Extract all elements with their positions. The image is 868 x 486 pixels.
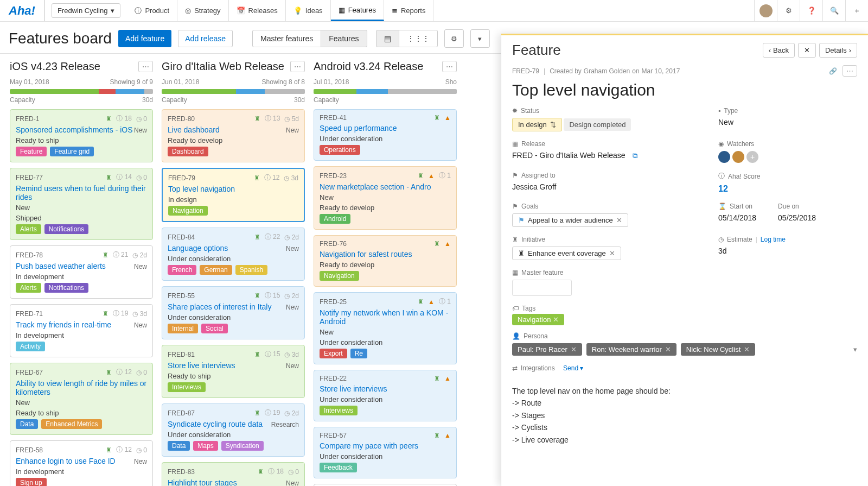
new-label: New xyxy=(134,321,147,329)
user-avatar[interactable] xyxy=(754,0,777,21)
feature-card[interactable]: FRED-25♜▲ⓘ 1 Notify my network when I wi… xyxy=(314,292,457,364)
add-button[interactable]: ＋ xyxy=(845,0,868,21)
filter-button[interactable]: ▾ xyxy=(470,29,490,48)
feature-card[interactable]: FRED-22♜▲ Store live interviews Under co… xyxy=(314,370,457,421)
status-action-button[interactable]: Design completed xyxy=(564,118,631,131)
back-button[interactable]: ‹Back xyxy=(763,43,795,58)
details-button[interactable]: Details› xyxy=(819,43,857,58)
feature-card[interactable]: FRED-67♜ⓘ 12◷ 0 Ability to view length o… xyxy=(10,363,153,435)
master-feature-input[interactable] xyxy=(512,280,572,296)
persona-chip[interactable]: Paul: Pro Racer✕ xyxy=(512,343,582,356)
goal-chip[interactable]: ⚑Appeal to a wider audience ✕ xyxy=(512,213,628,227)
card-tag: Operations xyxy=(320,145,360,155)
card-status: Shipped xyxy=(16,214,42,222)
feature-card[interactable]: FRED-80♜ⓘ 13◷ 5d Live dashboard New Read… xyxy=(162,109,305,162)
assignee-value[interactable]: Jessica Groff xyxy=(512,182,697,191)
close-panel-button[interactable]: ✕ xyxy=(798,43,816,58)
score-indicator: ⓘ 1 xyxy=(439,297,451,306)
persona-chip[interactable]: Ron: Weekend warrior✕ xyxy=(586,343,676,356)
add-release-button[interactable]: Add release xyxy=(178,30,233,47)
open-release-icon[interactable]: ⧉ xyxy=(633,152,637,160)
nav-product[interactable]: ⓘProduct xyxy=(127,0,177,21)
brand-logo[interactable]: Aha! xyxy=(0,0,44,21)
release-date: Jun 01, 2018 xyxy=(162,78,199,86)
score-value[interactable]: 12 xyxy=(718,184,857,194)
capacity-label: Capacity xyxy=(162,96,187,104)
layout-board[interactable]: ▤ xyxy=(376,30,399,47)
remove-persona-icon[interactable]: ✕ xyxy=(744,345,750,354)
created-by-link[interactable]: Graham Golden xyxy=(584,67,630,75)
watcher-avatar[interactable] xyxy=(718,151,730,163)
card-status: In development xyxy=(16,468,64,476)
score-indicator: ⓘ 21 xyxy=(113,250,129,260)
card-title: Track my friends in real-time xyxy=(16,320,147,329)
add-watcher-button[interactable]: + xyxy=(746,151,758,163)
settings-view-button[interactable]: ⚙ xyxy=(444,29,464,48)
remove-goal-icon[interactable]: ✕ xyxy=(616,216,622,224)
watcher-avatar[interactable] xyxy=(732,151,744,163)
feature-card[interactable]: FRED-23♜▲ⓘ 1 New marketplace section - A… xyxy=(314,166,457,230)
column-menu-button[interactable]: ⋯ xyxy=(442,61,457,72)
log-time-link[interactable]: Log time xyxy=(761,236,786,243)
layout-grid[interactable]: ⋮⋮⋮ xyxy=(399,30,438,47)
column-menu-button[interactable]: ⋯ xyxy=(138,61,153,72)
feature-card[interactable]: FRED-76♜▲ Navigation for safest routes R… xyxy=(314,235,457,287)
due-date[interactable]: 05/25/2018 xyxy=(778,213,816,222)
watchers-list[interactable]: + xyxy=(718,151,857,163)
remove-tag-icon[interactable]: ✕ xyxy=(553,315,559,324)
feature-description[interactable]: The top level nav on the home page shoul… xyxy=(512,385,857,446)
seg-features[interactable]: Features xyxy=(321,30,367,47)
nav-ideas[interactable]: 💡Ideas xyxy=(286,0,331,21)
view-segment: Master features Features xyxy=(252,30,367,47)
feature-card[interactable]: FRED-78♜ⓘ 21◷ 2d Push based weather aler… xyxy=(10,245,153,299)
feature-card[interactable]: FRED-71♜ⓘ 19◷ 3d Track my friends in rea… xyxy=(10,304,153,357)
feature-card[interactable]: FRED-1♜ⓘ 18◷ 0 Sponsored accomplishments… xyxy=(10,109,153,162)
persona-expand-icon[interactable]: ▾ xyxy=(853,345,857,354)
card-status: Under consideration xyxy=(168,431,231,439)
feature-card[interactable]: FRED-87♜ⓘ 19◷ 2d Syndicate cycling route… xyxy=(162,403,305,457)
nav-releases[interactable]: 📅Releases xyxy=(229,0,286,21)
feature-id[interactable]: FRED-79 xyxy=(512,67,539,75)
more-menu-button[interactable]: ⋯ xyxy=(843,65,857,77)
nav-features[interactable]: ▦Features xyxy=(331,0,384,21)
column-menu-button[interactable]: ⋯ xyxy=(290,61,305,72)
persona-chip[interactable]: Nick: New Cyclist✕ xyxy=(681,343,755,356)
link-icon[interactable]: 🔗 xyxy=(829,67,837,75)
status-select[interactable]: In design ⇅ xyxy=(512,118,562,131)
feature-card[interactable]: FRED-79♜ⓘ 12◷ 3d Top level navigation In… xyxy=(162,168,305,222)
nav-strategy[interactable]: ◎Strategy xyxy=(177,0,228,21)
help-button[interactable]: ❓ xyxy=(800,0,822,21)
feature-card[interactable]: FRED-58♜ⓘ 12◷ 0 Enhance login to use Fac… xyxy=(10,440,153,486)
workspace-picker[interactable]: Fredwin Cycling ▾ xyxy=(52,3,120,18)
start-date[interactable]: 05/14/2018 xyxy=(718,213,756,222)
feature-card[interactable]: FRED-41♜▲ Speed up performance Under con… xyxy=(314,109,457,161)
score-indicator: ⓘ 14 xyxy=(116,173,132,182)
settings-button[interactable]: ⚙ xyxy=(777,0,800,21)
feature-card[interactable]: FRED-57♜▲ Compare my pace with peers Und… xyxy=(314,427,457,478)
feature-card[interactable]: FRED-55♜ⓘ 15◷ 2d Share places of interes… xyxy=(162,286,305,339)
nav-reports[interactable]: ≣Reports xyxy=(384,0,434,21)
remove-persona-icon[interactable]: ✕ xyxy=(571,345,577,354)
search-button[interactable]: 🔍 xyxy=(822,0,845,21)
seg-master-features[interactable]: Master features xyxy=(252,30,321,47)
remove-initiative-icon[interactable]: ✕ xyxy=(609,249,615,257)
feature-card[interactable]: FRED-84♜ⓘ 22◷ 2d Language options New Un… xyxy=(162,228,305,281)
feature-card[interactable]: FRED-81♜ⓘ 15◷ 3d Store live interviews N… xyxy=(162,345,305,398)
remove-persona-icon[interactable]: ✕ xyxy=(665,345,671,354)
feature-card[interactable]: FRED-83♜ⓘ 18◷ 0 Highlight tour stages Ne… xyxy=(162,462,305,486)
estimate-indicator: ◷ 0 xyxy=(136,115,147,123)
grid-icon: ▦ xyxy=(512,269,518,276)
info-icon: ⓘ xyxy=(135,6,142,16)
send-menu[interactable]: Send ▾ xyxy=(563,364,583,372)
feature-title[interactable]: Top level navigation xyxy=(512,81,857,99)
feature-card[interactable]: FRED-17♜▲ Add marketplace for cycling ge… xyxy=(314,484,457,486)
card-tag: Spanish xyxy=(235,265,267,275)
feature-card[interactable]: FRED-77♜ⓘ 14◷ 0 Remind users when to fue… xyxy=(10,168,153,240)
release-value[interactable]: FRED - Giro d'Italia Web Release xyxy=(512,151,626,160)
add-feature-button[interactable]: Add feature xyxy=(118,30,171,47)
tag-chip[interactable]: Navigation✕ xyxy=(512,314,564,325)
type-value[interactable]: New xyxy=(718,118,857,127)
select-caret-icon: ⇅ xyxy=(550,121,556,129)
estimate-value[interactable]: 3d xyxy=(718,247,857,255)
initiative-chip[interactable]: ♜ Enhance event coverage ✕ xyxy=(512,247,621,260)
